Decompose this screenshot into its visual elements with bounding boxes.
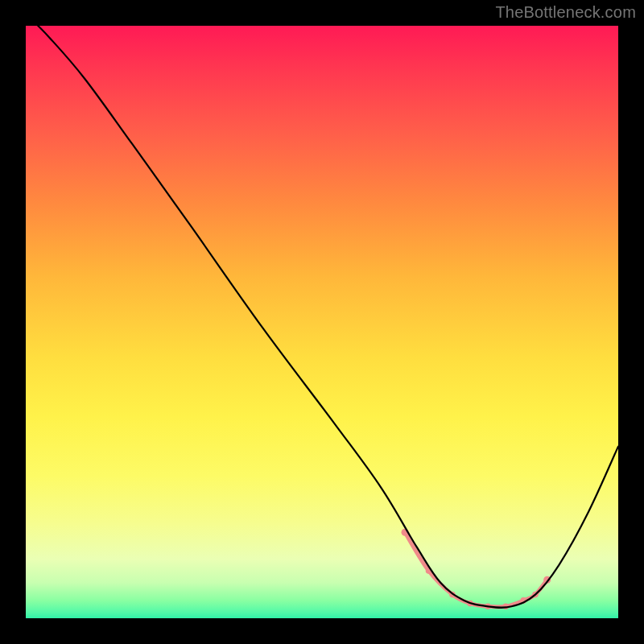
chart-frame: TheBottleneck.com — [0, 0, 644, 644]
bottleneck-curve-line — [26, 14, 618, 608]
curve-layer — [26, 26, 618, 618]
watermark-text: TheBottleneck.com — [495, 3, 636, 22]
plot-area — [26, 26, 618, 618]
